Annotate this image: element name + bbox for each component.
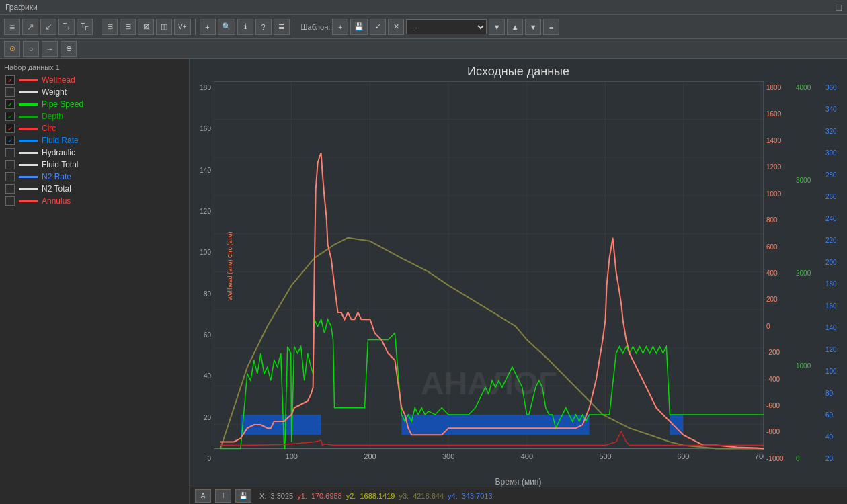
chart-svg[interactable]: 100 200 300 400 500 600 700 АНАЛОГ [214,81,764,476]
legend-name: Weight [42,87,67,97]
status-a-btn[interactable]: A [195,489,211,503]
legend-checkbox[interactable]: ✓ [5,75,15,85]
status-t-btn[interactable]: T [215,489,231,503]
y-left-tick: 20 [204,414,211,421]
chart-svg-wrapper[interactable]: 100 200 300 400 500 600 700 АНАЛОГ [214,81,764,476]
legend-item[interactable]: Hydraulic [3,146,186,159]
info-btn[interactable]: ℹ [237,19,253,35]
legend-line [19,103,38,106]
legend-name: Hydraulic [42,148,75,157]
svg-text:200: 200 [364,452,376,460]
legend-name: Annulus [42,196,71,206]
statusbar: A T 💾 X: 3.3025 y1: 170.6958 y2: 1688.14… [190,487,847,504]
legend-item[interactable]: Weight [3,86,186,98]
list-btn[interactable]: ≣ [274,19,290,35]
legend-checkbox[interactable] [5,184,15,194]
x-coord-label: X: [255,492,267,500]
chart-wrapper: 180 160 140 120 100 80 60 40 20 0 [190,81,847,476]
t2-btn2[interactable]: ○ [23,41,39,57]
legend-name: N2 Total [42,184,71,194]
sidebar: Набор данных 1 ✓WellheadWeight✓Pipe Spee… [0,59,190,504]
template-select[interactable]: -- [406,19,487,34]
legend-line [19,116,38,118]
t2-btn4[interactable]: ⊕ [61,41,77,57]
legend-line [19,91,38,93]
legend-checkbox[interactable] [5,196,15,206]
menu-btn[interactable]: ≡ [4,19,20,35]
zoom-btn[interactable]: 🔍 [218,19,235,35]
legend-checkbox[interactable]: ✓ [5,112,15,121]
svg-text:АНАЛОГ: АНАЛОГ [421,364,557,401]
app-title: Графики [5,3,38,12]
grid-btn[interactable]: ⊞ [102,19,118,35]
text-edit-btn[interactable]: TE [77,19,93,35]
main: Набор данных 1 ✓WellheadWeight✓Pipe Spee… [0,59,847,504]
fit-btn[interactable]: ⊟ [120,19,136,35]
svg-text:300: 300 [442,452,454,460]
y4-label: y4: [448,492,458,500]
legend-item[interactable]: N2 Total [3,183,186,195]
text-add-btn[interactable]: T+ [58,19,75,35]
y-axis-right3: 360 340 320 300 280 260 240 220 200 180 … [823,81,847,476]
legend-checkbox[interactable]: ✓ [5,99,15,109]
svg-text:100: 100 [286,452,298,460]
legend-item[interactable]: ✓Pipe Speed [3,98,186,110]
legend-item[interactable]: ✓Circ [3,122,186,134]
svg-text:600: 600 [677,452,689,460]
legend-item[interactable]: Fluid Total [3,159,186,171]
maximize-button[interactable]: □ [836,2,842,13]
svg-text:700: 700 [755,452,764,460]
svg-rect-20 [670,415,683,435]
toolbar1: ≡ ↗ ↙ T+ TE ⊞ ⊟ ⊠ ◫ V+ + 🔍 ℹ ? ≣ Шаблон:… [0,15,847,39]
nav-menu-btn[interactable]: ≡ [543,19,559,35]
help-btn[interactable]: ? [255,19,272,35]
dataset-label: Набор данных 1 [3,63,186,71]
x-coord-value: 3.3025 [271,492,294,500]
t2-btn3[interactable]: → [42,41,58,57]
y3-value: 4218.644 [413,492,444,500]
y-axis-right2: 4000 3000 2000 1000 0 [793,81,823,476]
template-save-btn[interactable]: 💾 [350,19,368,35]
y-left-tick: 180 [200,84,211,91]
legend-checkbox[interactable] [5,172,15,181]
select-btn[interactable]: ↙ [40,19,56,35]
y4-value: 343.7013 [462,492,493,500]
template-check-btn[interactable]: ✓ [370,19,386,35]
dropdown-btn[interactable]: ▼ [489,19,505,35]
status-save-btn[interactable]: 💾 [235,489,251,503]
x-axis-label: Время (мин) [190,477,847,487]
nav-up-btn[interactable]: ▲ [507,19,523,35]
sep1 [97,19,97,35]
legend-line [19,176,38,178]
cursor-btn[interactable]: ↗ [22,19,38,35]
v-add-btn[interactable]: V+ [174,19,191,35]
auto-btn[interactable]: ⊠ [138,19,154,35]
legend-checkbox[interactable] [5,87,15,97]
legend-checkbox[interactable]: ✓ [5,124,15,133]
legend-item[interactable]: ✓Wellhead [3,74,186,86]
legend-item[interactable]: N2 Rate [3,171,186,183]
nav-down-btn[interactable]: ▼ [525,19,541,35]
template-clear-btn[interactable]: ✕ [388,19,404,35]
legend-item[interactable]: ✓Fluid Rate [3,134,186,146]
legend-checkbox[interactable]: ✓ [5,136,15,145]
y1-label: y1: [297,492,307,500]
t2-btn1[interactable]: ⊙ [4,41,20,57]
legend-item[interactable]: ✓Depth [3,110,186,122]
y2-value: 1688.1419 [360,492,395,500]
add-btn[interactable]: + [200,19,216,35]
template-add-btn[interactable]: + [332,19,348,35]
y-axes-right: 1800 1600 1400 1200 1000 800 600 400 200… [764,81,847,476]
legend-checkbox[interactable] [5,148,15,157]
legend-list: ✓WellheadWeight✓Pipe Speed✓Depth✓Circ✓Fl… [3,74,186,207]
legend-line [19,164,38,166]
legend-item[interactable]: Annulus [3,195,186,207]
legend-checkbox[interactable] [5,160,15,169]
chart-container: Исходные данные 180 160 140 120 100 80 6… [190,59,847,504]
legend-name: Fluid Total [42,160,78,169]
template-label: Шаблон: [301,23,331,31]
split-btn[interactable]: ◫ [156,19,172,35]
legend-line [19,140,38,142]
y2-label: y2: [346,492,356,500]
legend-name: Fluid Rate [42,136,79,145]
